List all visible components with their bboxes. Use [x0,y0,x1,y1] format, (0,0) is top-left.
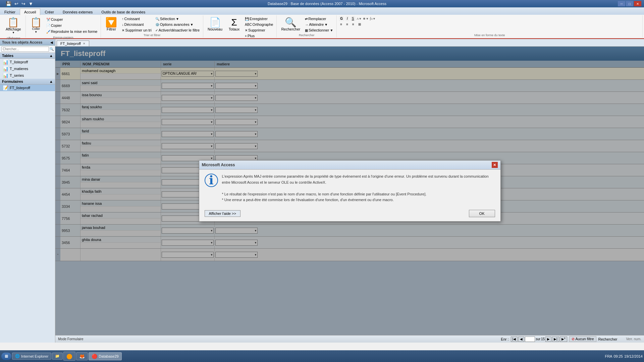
qa-redo[interactable]: ↪ [20,0,26,7]
options-avancees-button[interactable]: ⚙️ Options avancées ▼ [154,22,201,27]
nav-item-ft-listeproff[interactable]: 📝 FT_listeproff [0,84,55,91]
coller-dropdown: ▼ [35,31,37,34]
italic-button[interactable]: I [345,16,349,21]
orthographe-label: Orthographe [253,22,273,26]
croissant-button[interactable]: ↑ Croissant [120,16,153,21]
qa-undo[interactable]: ↩ [13,0,19,7]
modal-close-button[interactable]: ✕ [492,162,498,168]
tab-creer[interactable]: Créer [40,8,58,15]
nav-current-input[interactable]: 1 [525,337,535,342]
taskbar-ie[interactable]: 🌐 Internet Explorer [12,353,51,360]
align-right-button[interactable]: ≡ [351,22,356,27]
taskbar-access[interactable]: 🔴 Database29 [89,352,121,360]
align-left-button[interactable]: ≡ [339,22,343,27]
qa-save[interactable]: 💾 [5,0,12,7]
font-color-picker[interactable]: A▼ [357,17,362,20]
decroissant-button[interactable]: ↓ Décroissant [120,22,153,27]
supprimer-tri-button[interactable]: ✕ Supprimer un tri [120,27,153,33]
modal-ok-button[interactable]: OK [469,210,495,217]
reproduire-label: Reproduire la mise en forme [51,29,98,34]
tab-donnees-externes[interactable]: Données externes [58,8,97,15]
options-avancees-label: Options avancées [160,22,190,26]
ribbon-group-presse-papiers: 📋 Coller ▼ ✂️ Couper 📄 Copier 🖌️ Reprodu… [26,15,101,38]
nav-section-tables[interactable]: Tables ▲ [0,53,55,59]
maximize-button[interactable]: □ [626,1,633,6]
nav-item-t-series[interactable]: 📊 T_series [0,72,55,79]
couper-button[interactable]: ✂️ Couper [45,17,99,22]
enregistrer-button[interactable]: 💾 Enregistrer [244,16,274,21]
filtrer-button[interactable]: 🔽 Filtrer [103,16,119,33]
explorer-icon: 📁 [55,354,60,358]
supprimer-tri-label: Supprimer un tri [125,28,151,32]
fx-button[interactable]: ʄx▼ [370,17,375,20]
nav-next-button[interactable]: ▶ [545,337,551,342]
nouveau-button[interactable]: 📄 Nouveau [205,16,225,33]
selectionner-button[interactable]: ▦ Sélectionner ▼ [304,27,334,33]
grid-button[interactable]: ⊞ [357,22,362,27]
nouveau-icon: 📄 [209,18,221,27]
reproduire-button[interactable]: 🖌️ Reproduire la mise en forme [45,29,99,34]
croissant-label: Croissant [124,17,140,21]
affichage-icon: 📋 [7,18,19,27]
taskbar-chrome[interactable]: ⬤ [63,352,75,361]
filtrer-label: Filtrer [107,27,116,31]
bold-button[interactable]: G [339,16,344,21]
modal-help-button[interactable]: Afficher l'aide >> [205,210,240,217]
modal-overlay: Microsoft Access ✕ ℹ L'expression Après … [55,47,644,335]
rechercher-group-label: Rechercher [299,33,315,37]
highlight-picker[interactable]: ✱▼ [363,17,369,20]
tab-fichier[interactable]: Fichier [0,8,20,15]
activer-filtrer-label: Activer/désactiver le filtre [159,28,200,32]
enr-label: Enr : [501,337,508,341]
nav-pane-collapse-icon[interactable]: ◀ [50,41,53,44]
form-tab-label: FT_listeproff [60,42,81,46]
totaux-button[interactable]: Σ Totaux [226,16,243,33]
nav-item-t-matieres[interactable]: 📊 T_matieres [0,65,55,72]
align-center-button[interactable]: ≡ [345,22,350,27]
qa-dropdown[interactable]: ▼ [28,0,34,7]
supprimer-button[interactable]: ✕ Supprimer [244,27,274,33]
filtrer-icon: 🔽 [105,18,117,27]
tab-accueil[interactable]: Accueil [20,8,40,15]
underline-button[interactable]: S [351,16,356,21]
mise-forme-label: Mise en forme du texte [474,33,505,37]
nav-first-button[interactable]: |◀ [511,337,518,342]
nav-item-t-listeproff[interactable]: 📊 T_listeproff [0,59,55,65]
atteindre-button[interactable]: → Atteindre ▼ [304,22,334,27]
enr-of-label: sur [536,337,540,341]
modal-message-text: L'expression Après MAJ entrée comme para… [222,174,495,203]
nav-prev-button[interactable]: ◀ [518,337,524,342]
supprimer-label: Supprimer [248,28,265,32]
close-button[interactable]: ✕ [634,1,641,6]
selection-button[interactable]: 🔍 Sélection ▼ [154,16,201,21]
nav-section-formulaires[interactable]: Formulaires ▲ [0,79,55,84]
nav-last-button[interactable]: ▶| [552,337,559,342]
taskbar-firefox[interactable]: 🦊 [76,352,88,360]
form-tab-ft-listeproff[interactable]: FT_listeproff ✕ [57,41,89,46]
rechercher-button[interactable]: 🔍 Rechercher [279,16,303,33]
affichage-dropdown: ▼ [12,31,15,34]
nav-search-input[interactable] [1,47,49,52]
form-tab-close-icon[interactable]: ✕ [83,42,86,45]
info-icon: ℹ [205,174,218,187]
nav-pane-header[interactable]: Tous les objets Access ◀ [0,39,55,46]
start-button[interactable]: ⊞ [1,353,11,360]
orthographe-button[interactable]: ABC Orthographe [244,22,274,27]
decroissant-label: Décroissant [124,22,144,26]
totaux-label: Totaux [229,27,239,31]
ribbon-group-mise-forme: G I S A▼ ✱▼ ʄx▼ ≡ ≡ ≡ ⊞ Mise en forme du… [337,15,643,38]
coller-button[interactable]: 📋 Coller ▼ [28,16,44,35]
affichage-button[interactable]: 📋 Affichage ▼ [3,16,23,36]
taskbar-explorer[interactable]: 📁 [52,353,63,360]
activer-filtrer-button[interactable]: ✓ Activer/désactiver le filtre [154,27,201,33]
minimize-button[interactable]: ─ [618,1,625,6]
nav-new-button[interactable]: ▶* [560,337,567,342]
copier-button[interactable]: 📄 Copier [45,23,99,28]
plus-button[interactable]: + Plus [244,33,274,39]
formulaires-collapse-icon: ▲ [49,79,53,83]
nav-item-label-ft-listeproff: FT_listeproff [10,86,30,90]
remplacer-button[interactable]: ⇄ Remplacer [304,16,334,21]
tab-outils-bdd[interactable]: Outils de base de données [97,8,150,15]
tables-section-label: Tables [2,54,13,58]
nav-search-area: 🔍 [0,46,55,53]
